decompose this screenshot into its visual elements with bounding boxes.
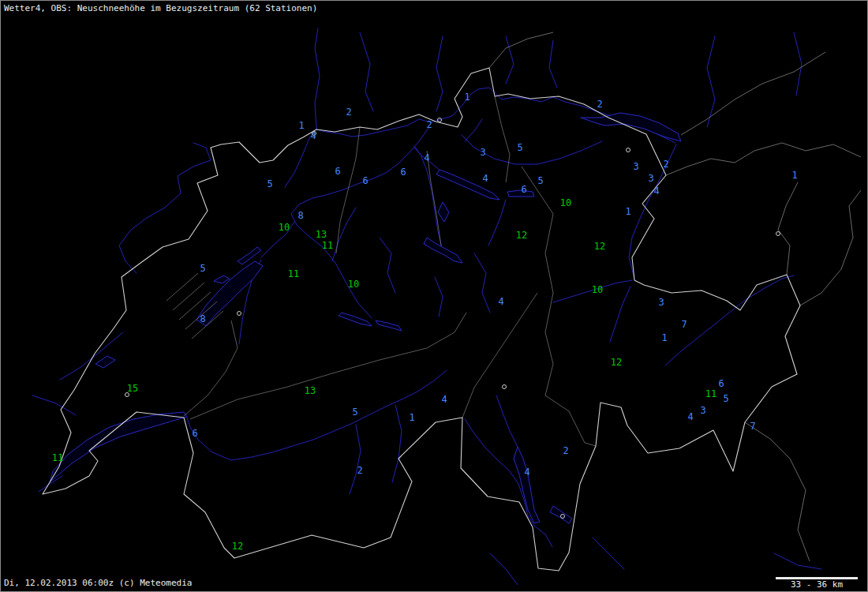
- canton-line: [545, 214, 553, 395]
- river-birs: [285, 137, 310, 187]
- river-hinterrhein: [610, 287, 630, 342]
- river-germany-1: [360, 32, 373, 111]
- rivers: [32, 28, 821, 585]
- river-mittelland-3: [474, 253, 490, 313]
- canton-line: [462, 293, 537, 418]
- river-emme: [332, 208, 356, 261]
- river-visp: [392, 405, 402, 482]
- river-valais-trib: [350, 425, 361, 494]
- lakes: [50, 113, 681, 523]
- river-aare: [291, 127, 429, 318]
- river-austria-1: [707, 36, 715, 127]
- lake-lucerne: [424, 238, 462, 263]
- neighbor-borders: [489, 32, 861, 561]
- river-zihl: [261, 222, 294, 257]
- river-rhone: [187, 370, 447, 460]
- border-austria-inner: [778, 182, 798, 275]
- river-inn: [665, 275, 794, 365]
- river-maggia: [496, 395, 518, 447]
- river-germany-3: [506, 36, 514, 84]
- river-italy-2: [593, 538, 624, 569]
- canton-line: [545, 395, 596, 446]
- lake-zug: [438, 202, 449, 222]
- river-mittelland-2: [435, 277, 443, 317]
- river-austria-2: [794, 32, 802, 96]
- border-austria-north: [681, 52, 825, 135]
- river-italy-1: [490, 553, 518, 585]
- scale-label: 33 - 36 km: [776, 580, 858, 590]
- city-marker: [238, 312, 241, 316]
- city-marker: [125, 393, 129, 397]
- river-france-2: [32, 395, 76, 415]
- lake-geneva: [50, 412, 187, 482]
- border-austria-italy: [800, 190, 861, 305]
- lake-biel: [238, 247, 261, 264]
- map-scale: 33 - 36 km: [776, 577, 858, 590]
- canton-line: [184, 320, 238, 416]
- lake-brienz: [376, 320, 402, 331]
- border-austria-east: [666, 143, 861, 175]
- river-vorderrhein: [553, 280, 632, 302]
- river-ticino: [465, 419, 552, 547]
- canton-line: [522, 167, 553, 214]
- river-linth: [488, 200, 506, 245]
- country-border: [43, 68, 800, 571]
- lake-walen: [507, 190, 534, 197]
- river-toess: [465, 119, 482, 141]
- map-viewport[interactable]: [1, 1, 868, 592]
- lake-zurich: [436, 170, 499, 200]
- canton-line: [190, 313, 466, 419]
- lake-neuchatel: [196, 261, 263, 326]
- border-italy-southeast: [745, 422, 810, 561]
- river-doubs: [165, 143, 211, 208]
- jura-ridge-line: [166, 273, 198, 301]
- lake-thun: [339, 313, 372, 326]
- border-germany: [489, 32, 553, 68]
- river-italy-3: [774, 553, 821, 569]
- river-france-1: [60, 332, 123, 380]
- canton-borders: [166, 96, 596, 446]
- jura-ridge-line: [173, 283, 204, 310]
- river-doubs-loop: [119, 208, 165, 273]
- river-alpenrhein: [629, 144, 676, 279]
- city-marker: [776, 232, 780, 236]
- switzerland-outline: [43, 68, 800, 571]
- canton-line: [495, 96, 510, 182]
- river-rhine-north: [315, 28, 320, 129]
- footer-timestamp: Di, 12.02.2013 06:00z (c) Meteomedia: [4, 578, 192, 588]
- river-germany-2: [436, 36, 443, 111]
- river-germany-4: [549, 40, 557, 88]
- canton-line: [336, 127, 360, 253]
- city-marker: [627, 148, 630, 152]
- window-title: Wetter4, OBS: Neuschneehöhe im Bezugszei…: [4, 3, 317, 13]
- wetter4-window: Wetter4, OBS: Neuschneehöhe im Bezugszei…: [0, 0, 868, 592]
- city-marker: [503, 385, 507, 389]
- lake-joux: [95, 356, 115, 368]
- river-mittelland-1: [380, 238, 395, 293]
- city-marker: [312, 132, 316, 136]
- river-thur: [462, 135, 602, 164]
